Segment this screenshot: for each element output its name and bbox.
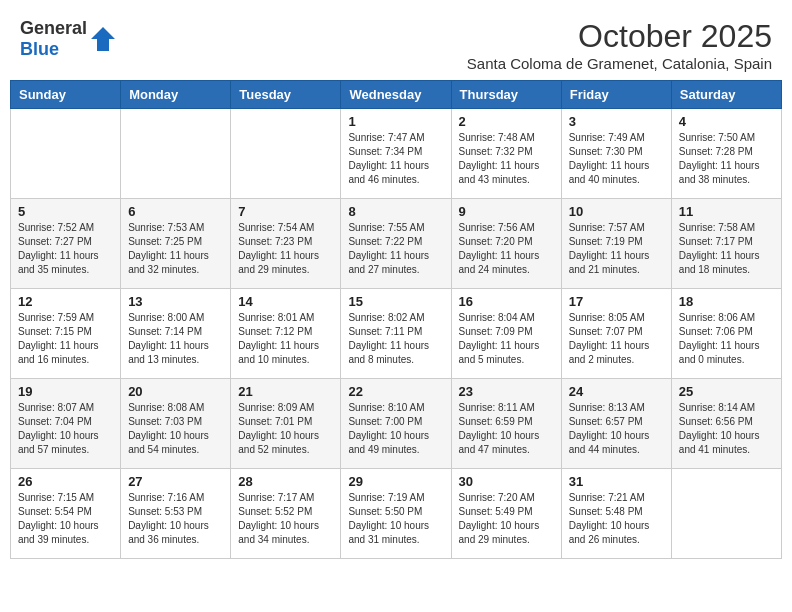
day-number: 26 (18, 474, 113, 489)
day-detail: Sunrise: 8:09 AM Sunset: 7:01 PM Dayligh… (238, 401, 333, 457)
weekday-header-saturday: Saturday (671, 81, 781, 109)
day-number: 7 (238, 204, 333, 219)
day-number: 23 (459, 384, 554, 399)
day-number: 31 (569, 474, 664, 489)
weekday-header-thursday: Thursday (451, 81, 561, 109)
weekday-header-monday: Monday (121, 81, 231, 109)
day-number: 21 (238, 384, 333, 399)
day-number: 14 (238, 294, 333, 309)
logo-blue: Blue (20, 39, 59, 59)
day-number: 22 (348, 384, 443, 399)
day-detail: Sunrise: 7:59 AM Sunset: 7:15 PM Dayligh… (18, 311, 113, 367)
day-cell: 1Sunrise: 7:47 AM Sunset: 7:34 PM Daylig… (341, 109, 451, 199)
day-detail: Sunrise: 7:56 AM Sunset: 7:20 PM Dayligh… (459, 221, 554, 277)
day-number: 1 (348, 114, 443, 129)
day-number: 25 (679, 384, 774, 399)
day-number: 18 (679, 294, 774, 309)
day-detail: Sunrise: 7:47 AM Sunset: 7:34 PM Dayligh… (348, 131, 443, 187)
calendar-table: SundayMondayTuesdayWednesdayThursdayFrid… (10, 80, 782, 559)
day-cell: 16Sunrise: 8:04 AM Sunset: 7:09 PM Dayli… (451, 289, 561, 379)
week-row-4: 19Sunrise: 8:07 AM Sunset: 7:04 PM Dayli… (11, 379, 782, 469)
day-cell: 17Sunrise: 8:05 AM Sunset: 7:07 PM Dayli… (561, 289, 671, 379)
month-year: October 2025 (467, 18, 772, 55)
page-header: General Blue October 2025 Santa Coloma d… (10, 10, 782, 76)
week-row-5: 26Sunrise: 7:15 AM Sunset: 5:54 PM Dayli… (11, 469, 782, 559)
day-number: 9 (459, 204, 554, 219)
weekday-header-wednesday: Wednesday (341, 81, 451, 109)
weekday-header-sunday: Sunday (11, 81, 121, 109)
day-cell: 28Sunrise: 7:17 AM Sunset: 5:52 PM Dayli… (231, 469, 341, 559)
day-detail: Sunrise: 8:02 AM Sunset: 7:11 PM Dayligh… (348, 311, 443, 367)
day-cell: 30Sunrise: 7:20 AM Sunset: 5:49 PM Dayli… (451, 469, 561, 559)
day-cell: 7Sunrise: 7:54 AM Sunset: 7:23 PM Daylig… (231, 199, 341, 289)
day-cell: 11Sunrise: 7:58 AM Sunset: 7:17 PM Dayli… (671, 199, 781, 289)
day-detail: Sunrise: 8:13 AM Sunset: 6:57 PM Dayligh… (569, 401, 664, 457)
weekday-header-friday: Friday (561, 81, 671, 109)
day-cell: 26Sunrise: 7:15 AM Sunset: 5:54 PM Dayli… (11, 469, 121, 559)
day-number: 8 (348, 204, 443, 219)
day-detail: Sunrise: 8:10 AM Sunset: 7:00 PM Dayligh… (348, 401, 443, 457)
day-cell: 2Sunrise: 7:48 AM Sunset: 7:32 PM Daylig… (451, 109, 561, 199)
day-number: 16 (459, 294, 554, 309)
day-number: 17 (569, 294, 664, 309)
day-number: 12 (18, 294, 113, 309)
day-cell: 21Sunrise: 8:09 AM Sunset: 7:01 PM Dayli… (231, 379, 341, 469)
day-cell: 6Sunrise: 7:53 AM Sunset: 7:25 PM Daylig… (121, 199, 231, 289)
day-detail: Sunrise: 7:55 AM Sunset: 7:22 PM Dayligh… (348, 221, 443, 277)
day-number: 4 (679, 114, 774, 129)
svg-marker-0 (91, 27, 115, 51)
day-cell: 31Sunrise: 7:21 AM Sunset: 5:48 PM Dayli… (561, 469, 671, 559)
day-number: 24 (569, 384, 664, 399)
day-detail: Sunrise: 7:48 AM Sunset: 7:32 PM Dayligh… (459, 131, 554, 187)
day-number: 27 (128, 474, 223, 489)
day-detail: Sunrise: 8:05 AM Sunset: 7:07 PM Dayligh… (569, 311, 664, 367)
logo-icon (89, 25, 117, 53)
day-detail: Sunrise: 7:58 AM Sunset: 7:17 PM Dayligh… (679, 221, 774, 277)
location: Santa Coloma de Gramenet, Catalonia, Spa… (467, 55, 772, 72)
logo: General Blue (20, 18, 117, 60)
day-detail: Sunrise: 7:54 AM Sunset: 7:23 PM Dayligh… (238, 221, 333, 277)
day-number: 19 (18, 384, 113, 399)
day-detail: Sunrise: 7:52 AM Sunset: 7:27 PM Dayligh… (18, 221, 113, 277)
day-cell: 8Sunrise: 7:55 AM Sunset: 7:22 PM Daylig… (341, 199, 451, 289)
day-detail: Sunrise: 7:15 AM Sunset: 5:54 PM Dayligh… (18, 491, 113, 547)
day-detail: Sunrise: 7:50 AM Sunset: 7:28 PM Dayligh… (679, 131, 774, 187)
week-row-2: 5Sunrise: 7:52 AM Sunset: 7:27 PM Daylig… (11, 199, 782, 289)
title-block: October 2025 Santa Coloma de Gramenet, C… (467, 18, 772, 72)
day-cell: 23Sunrise: 8:11 AM Sunset: 6:59 PM Dayli… (451, 379, 561, 469)
week-row-1: 1Sunrise: 7:47 AM Sunset: 7:34 PM Daylig… (11, 109, 782, 199)
day-detail: Sunrise: 8:08 AM Sunset: 7:03 PM Dayligh… (128, 401, 223, 457)
day-cell: 13Sunrise: 8:00 AM Sunset: 7:14 PM Dayli… (121, 289, 231, 379)
day-detail: Sunrise: 7:21 AM Sunset: 5:48 PM Dayligh… (569, 491, 664, 547)
day-detail: Sunrise: 7:17 AM Sunset: 5:52 PM Dayligh… (238, 491, 333, 547)
day-cell: 10Sunrise: 7:57 AM Sunset: 7:19 PM Dayli… (561, 199, 671, 289)
day-detail: Sunrise: 7:16 AM Sunset: 5:53 PM Dayligh… (128, 491, 223, 547)
day-detail: Sunrise: 7:20 AM Sunset: 5:49 PM Dayligh… (459, 491, 554, 547)
day-detail: Sunrise: 8:14 AM Sunset: 6:56 PM Dayligh… (679, 401, 774, 457)
day-cell (231, 109, 341, 199)
logo-text: General Blue (20, 18, 87, 60)
day-cell: 9Sunrise: 7:56 AM Sunset: 7:20 PM Daylig… (451, 199, 561, 289)
day-detail: Sunrise: 7:53 AM Sunset: 7:25 PM Dayligh… (128, 221, 223, 277)
day-number: 13 (128, 294, 223, 309)
day-detail: Sunrise: 8:11 AM Sunset: 6:59 PM Dayligh… (459, 401, 554, 457)
weekday-header-tuesday: Tuesday (231, 81, 341, 109)
day-number: 28 (238, 474, 333, 489)
logo-general: General (20, 18, 87, 38)
day-cell: 25Sunrise: 8:14 AM Sunset: 6:56 PM Dayli… (671, 379, 781, 469)
day-number: 2 (459, 114, 554, 129)
day-number: 3 (569, 114, 664, 129)
day-cell: 20Sunrise: 8:08 AM Sunset: 7:03 PM Dayli… (121, 379, 231, 469)
day-cell: 27Sunrise: 7:16 AM Sunset: 5:53 PM Dayli… (121, 469, 231, 559)
weekday-header-row: SundayMondayTuesdayWednesdayThursdayFrid… (11, 81, 782, 109)
day-cell: 4Sunrise: 7:50 AM Sunset: 7:28 PM Daylig… (671, 109, 781, 199)
day-detail: Sunrise: 8:01 AM Sunset: 7:12 PM Dayligh… (238, 311, 333, 367)
day-number: 20 (128, 384, 223, 399)
day-number: 5 (18, 204, 113, 219)
day-cell (11, 109, 121, 199)
day-number: 6 (128, 204, 223, 219)
day-cell: 22Sunrise: 8:10 AM Sunset: 7:00 PM Dayli… (341, 379, 451, 469)
day-cell: 15Sunrise: 8:02 AM Sunset: 7:11 PM Dayli… (341, 289, 451, 379)
day-detail: Sunrise: 8:06 AM Sunset: 7:06 PM Dayligh… (679, 311, 774, 367)
day-detail: Sunrise: 7:49 AM Sunset: 7:30 PM Dayligh… (569, 131, 664, 187)
